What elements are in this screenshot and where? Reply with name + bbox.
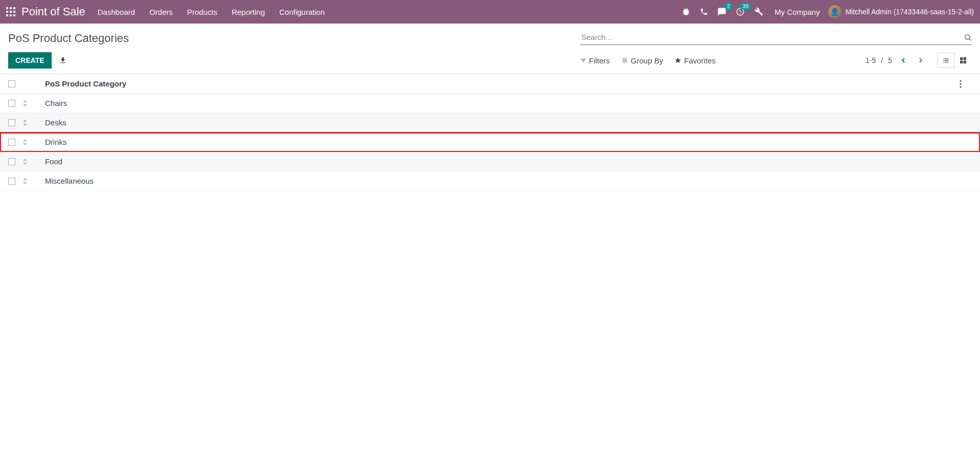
svg-rect-3 [6, 11, 8, 13]
pager-sep: / [881, 56, 883, 64]
activities-badge: 39 [740, 3, 751, 10]
import-icon[interactable] [59, 56, 67, 64]
select-all-checkbox[interactable] [8, 80, 15, 87]
columns-menu-icon[interactable] [960, 80, 972, 88]
create-button[interactable]: CREATE [8, 52, 52, 69]
breadcrumb: PoS Product Categories [8, 30, 129, 45]
svg-rect-14 [960, 57, 963, 60]
svg-rect-2 [13, 7, 15, 9]
nav-configuration[interactable]: Configuration [279, 8, 325, 16]
svg-rect-16 [960, 61, 963, 63]
systray: 2 39 [681, 7, 763, 16]
pager: 1-5 / 5 [865, 54, 927, 67]
search-options: Filters Group By Favorites [580, 56, 716, 65]
list-view: PoS Product Category ChairsDesksDrinksFo… [0, 74, 980, 191]
messages-badge: 2 [724, 3, 733, 10]
view-switcher [937, 53, 972, 68]
row-name: Food [45, 157, 960, 166]
pager-value[interactable]: 1-5 [865, 56, 876, 64]
drag-handle-icon[interactable] [22, 100, 45, 106]
svg-point-19 [960, 83, 961, 84]
svg-point-20 [960, 86, 961, 87]
column-header-name[interactable]: PoS Product Category [45, 79, 960, 88]
nav-orders[interactable]: Orders [149, 8, 173, 16]
table-row[interactable]: Miscellaneous [0, 171, 980, 191]
kanban-view-icon[interactable] [954, 53, 972, 68]
drag-handle-icon[interactable] [22, 139, 45, 145]
groupby-label: Group By [631, 56, 663, 65]
table-row[interactable]: Food [0, 152, 980, 171]
favorites-button[interactable]: Favorites [674, 56, 716, 65]
drag-handle-icon[interactable] [22, 159, 45, 165]
row-checkbox[interactable] [8, 139, 15, 146]
search-input[interactable] [580, 31, 964, 43]
svg-rect-15 [964, 57, 966, 60]
phone-icon[interactable] [700, 8, 708, 16]
drag-handle-icon[interactable] [22, 178, 45, 184]
groupby-button[interactable]: Group By [621, 56, 663, 65]
svg-rect-8 [13, 14, 15, 16]
row-name: Desks [45, 118, 960, 127]
nav-menu: Dashboard Orders Products Reporting Conf… [98, 8, 325, 16]
row-checkbox[interactable] [8, 119, 15, 126]
brand-title[interactable]: Point of Sale [21, 5, 85, 18]
pager-total: 5 [888, 56, 892, 64]
filters-button[interactable]: Filters [580, 56, 610, 65]
pager-next-icon[interactable] [915, 54, 927, 67]
top-nav: Point of Sale Dashboard Orders Products … [0, 0, 980, 24]
table-header: PoS Product Category [0, 74, 980, 94]
svg-point-10 [965, 34, 970, 39]
row-name: Drinks [45, 138, 960, 146]
user-name: Mitchell Admin (17433446-saas-15-2-all) [846, 8, 974, 16]
nav-right: 2 39 My Company 👤 Mitchell Admin (174334… [681, 5, 974, 18]
row-name: Miscellaneous [45, 177, 960, 185]
table-row[interactable]: Desks [0, 113, 980, 133]
nav-products[interactable]: Products [187, 8, 217, 16]
activities-icon[interactable]: 39 [736, 7, 745, 16]
pager-prev-icon[interactable] [897, 54, 909, 67]
table-row[interactable]: Drinks [0, 133, 980, 152]
svg-rect-4 [10, 11, 12, 13]
control-panel: PoS Product Categories CREATE Filters [0, 24, 980, 74]
svg-point-18 [960, 80, 961, 81]
bug-icon[interactable] [681, 7, 691, 16]
svg-rect-0 [6, 7, 8, 9]
row-name: Chairs [45, 99, 960, 107]
tools-icon[interactable] [754, 7, 763, 16]
svg-rect-1 [10, 7, 12, 9]
filters-label: Filters [589, 56, 610, 65]
svg-rect-5 [13, 11, 15, 13]
drag-handle-icon[interactable] [22, 120, 45, 126]
svg-rect-6 [6, 14, 8, 16]
company-name[interactable]: My Company [774, 8, 819, 16]
nav-dashboard[interactable]: Dashboard [98, 8, 135, 16]
user-menu[interactable]: 👤 Mitchell Admin (17433446-saas-15-2-all… [828, 5, 974, 18]
svg-rect-17 [964, 61, 966, 63]
row-checkbox[interactable] [8, 178, 15, 185]
row-checkbox[interactable] [8, 158, 15, 165]
row-checkbox[interactable] [8, 100, 15, 107]
svg-rect-7 [10, 14, 12, 16]
messages-icon[interactable]: 2 [717, 7, 726, 16]
search-icon[interactable] [964, 33, 972, 41]
favorites-label: Favorites [684, 56, 716, 65]
nav-reporting[interactable]: Reporting [232, 8, 265, 16]
list-view-icon[interactable] [937, 53, 954, 68]
search-box[interactable] [580, 30, 972, 45]
apps-icon[interactable] [6, 7, 15, 16]
avatar: 👤 [828, 5, 841, 18]
table-row[interactable]: Chairs [0, 94, 980, 113]
